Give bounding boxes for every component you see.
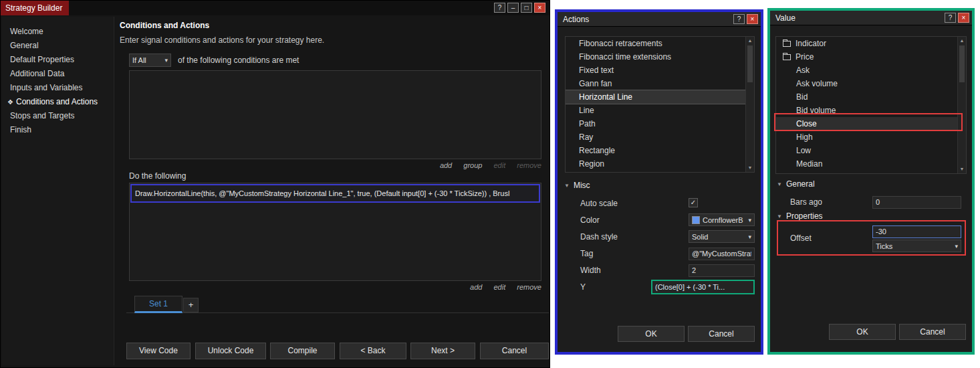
edit-action-link[interactable]: edit (494, 283, 506, 291)
width-field[interactable] (689, 264, 755, 277)
back-button[interactable]: < Back (340, 343, 406, 359)
list-item[interactable]: Fixed text (566, 64, 754, 77)
list-item[interactable]: Ray (566, 130, 754, 144)
cancel-button[interactable]: Cancel (688, 326, 755, 342)
cancel-button[interactable]: Cancel (899, 324, 966, 340)
tree-item-close[interactable]: Close (776, 117, 966, 130)
offset-field-wrap (872, 225, 961, 238)
list-item[interactable]: Rectangle (566, 144, 754, 157)
next-button[interactable]: Next > (410, 343, 475, 359)
offset-field[interactable] (872, 225, 961, 238)
properties-section-label: Properties (786, 211, 823, 221)
actions-list[interactable]: Draw.HorizontalLine(this, @"MyCustomStra… (129, 183, 541, 281)
condition-mode-suffix: of the following conditions are met (178, 56, 299, 65)
y-value-field[interactable]: (Close[0] + (-30 * Ti... (651, 280, 755, 294)
screenshot: Strategy Builder ? – □ × Welcome General… (0, 0, 980, 368)
color-swatch (692, 216, 700, 224)
condition-mode-dropdown[interactable]: If All ▾ (129, 54, 171, 67)
value-tree[interactable]: Indicator Price Ask Ask volume Bid Bid v… (775, 36, 967, 174)
list-item[interactable]: Region (566, 157, 754, 171)
scroll-down-icon[interactable]: ▼ (958, 165, 966, 173)
list-item[interactable]: Gann fan (566, 77, 754, 90)
unlock-code-button[interactable]: Unlock Code (195, 343, 266, 359)
sidebar-item-default-properties[interactable]: Default Properties (2, 53, 114, 67)
tag-field[interactable] (689, 248, 755, 260)
sidebar-item-welcome[interactable]: Welcome (2, 25, 114, 39)
tree-item-high[interactable]: High (776, 130, 966, 144)
close-icon[interactable]: × (747, 14, 758, 24)
bars-ago-field[interactable] (872, 196, 961, 209)
scroll-thumb[interactable] (747, 45, 753, 82)
tree-item-price[interactable]: Price (776, 50, 966, 64)
sidebar-item-general[interactable]: General (2, 39, 114, 53)
sidebar-item-conditions-and-actions[interactable]: ❖Conditions and Actions (2, 95, 114, 109)
help-icon[interactable]: ? (945, 13, 956, 23)
misc-section-label: Misc (574, 181, 590, 190)
prop-row-bars-ago: Bars ago (770, 195, 972, 209)
offset-unit-dropdown[interactable]: Ticks ▾ (872, 240, 961, 252)
sidebar-item-finish[interactable]: Finish (2, 123, 114, 137)
list-item[interactable]: Fibonacci time extensions (566, 50, 754, 64)
help-icon[interactable]: ? (733, 14, 745, 24)
maximize-icon[interactable]: □ (521, 3, 532, 13)
value-title-bar: Value ? × (770, 11, 972, 25)
conditions-list[interactable] (129, 70, 541, 159)
chevron-down-icon: ▾ (748, 234, 751, 240)
page-subtitle: Enter signal conditions and actions for … (120, 35, 324, 45)
window-title: Strategy Builder (1, 1, 69, 15)
general-section-header[interactable]: ▼General (777, 179, 815, 189)
prop-row-auto-scale: Auto scale ✓ (558, 197, 761, 210)
properties-section-header[interactable]: ▼Properties (777, 211, 823, 221)
scrollbar[interactable]: ▲ ▼ (745, 37, 754, 172)
compile-button[interactable]: Compile (270, 343, 335, 359)
tree-item-bid[interactable]: Bid (776, 90, 966, 104)
remove-condition-link: remove (517, 161, 541, 169)
scrollbar[interactable]: ▲ ▼ (957, 37, 966, 173)
ok-button[interactable]: OK (618, 326, 685, 342)
list-item[interactable]: Path (566, 117, 754, 130)
add-set-button[interactable]: + (183, 298, 199, 312)
minimize-icon[interactable]: – (507, 3, 519, 13)
color-dropdown[interactable]: CornflowerB ▾ (689, 213, 755, 226)
list-item-horizontal-line[interactable]: Horizontal Line (566, 90, 754, 104)
general-section-label: General (786, 179, 815, 189)
ok-button[interactable]: OK (829, 324, 896, 340)
tree-item-ask[interactable]: Ask (776, 64, 966, 77)
close-icon[interactable]: × (534, 3, 545, 13)
tab-set-1[interactable]: Set 1 (134, 296, 182, 313)
sidebar-item-additional-data[interactable]: Additional Data (2, 67, 114, 81)
remove-action-link[interactable]: remove (517, 283, 541, 291)
action-type-list[interactable]: Fibonacci retracements Fibonacci time ex… (565, 36, 755, 173)
tree-item-ask-volume[interactable]: Ask volume (776, 77, 966, 90)
auto-scale-checkbox[interactable]: ✓ (689, 198, 699, 209)
tree-item-low[interactable]: Low (776, 144, 966, 157)
value-dialog-title: Value (775, 11, 795, 25)
chevron-down-icon: ▾ (164, 57, 168, 64)
add-action-link[interactable]: add (470, 283, 482, 291)
sidebar-item-inputs-and-variables[interactable]: Inputs and Variables (2, 81, 114, 95)
scroll-thumb[interactable] (959, 45, 965, 82)
scroll-down-icon[interactable]: ▼ (746, 164, 754, 172)
color-label: Color (580, 213, 600, 227)
y-label: Y (580, 280, 586, 294)
tree-item-indicator[interactable]: Indicator (776, 37, 966, 50)
view-code-button[interactable]: View Code (126, 343, 191, 359)
scroll-up-icon[interactable]: ▲ (958, 37, 966, 45)
misc-section-header[interactable]: ▼Misc (564, 181, 590, 190)
list-item[interactable]: Fibonacci retracements (566, 37, 754, 50)
add-condition-link[interactable]: add (440, 161, 452, 169)
scroll-up-icon[interactable]: ▲ (746, 37, 754, 45)
tree-item-median[interactable]: Median (776, 157, 966, 171)
cancel-button[interactable]: Cancel (480, 343, 549, 359)
help-icon[interactable]: ? (494, 3, 505, 13)
group-condition-link[interactable]: group (463, 161, 482, 169)
sidebar-item-stops-and-targets[interactable]: Stops and Targets (2, 109, 114, 123)
dash-style-label: Dash style (580, 230, 618, 244)
dash-style-dropdown[interactable]: Solid ▾ (689, 230, 755, 243)
do-following-label: Do the following (129, 171, 186, 181)
list-item[interactable]: Line (566, 104, 754, 117)
tree-item-bid-volume[interactable]: Bid volume (776, 104, 966, 117)
close-icon[interactable]: × (958, 13, 969, 23)
action-row-draw-horizontal-line[interactable]: Draw.HorizontalLine(this, @"MyCustomStra… (130, 184, 540, 203)
bars-ago-field-wrap (872, 195, 961, 208)
